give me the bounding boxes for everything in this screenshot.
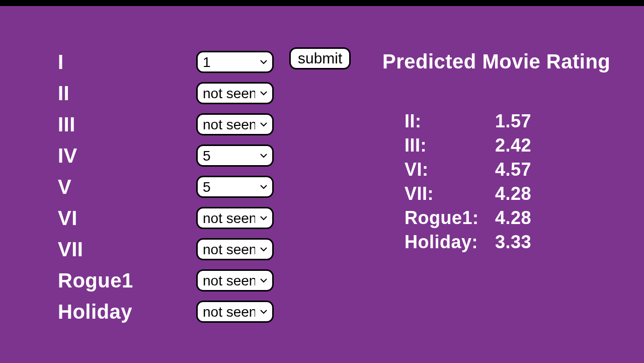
rating-form: I 1 II not seen III not seen IV 5 V xyxy=(58,46,274,327)
prediction-value: 3.33 xyxy=(495,230,531,254)
prediction-row: Rogue1: 4.28 xyxy=(405,206,610,230)
movie-row: IV 5 xyxy=(58,140,274,171)
prediction-label: VI: xyxy=(405,158,495,182)
movie-label-holiday: Holiday xyxy=(58,301,196,323)
movie-label-vii: VII xyxy=(58,238,196,261)
app-viewport: I 1 II not seen III not seen IV 5 V xyxy=(0,6,644,363)
prediction-label: Holiday: xyxy=(405,230,495,254)
prediction-value: 2.42 xyxy=(495,133,531,158)
movie-row: VII not seen xyxy=(58,234,274,265)
rating-select-iv[interactable]: 5 xyxy=(196,144,274,167)
movie-row: II not seen xyxy=(58,78,274,109)
prediction-row: III: 2.42 xyxy=(405,133,610,158)
movie-row: I 1 xyxy=(58,46,274,78)
prediction-row: II: 1.57 xyxy=(405,109,610,133)
movie-label-iv: IV xyxy=(58,144,196,167)
rating-select-v[interactable]: 5 xyxy=(196,176,274,198)
prediction-value: 1.57 xyxy=(495,109,531,133)
prediction-value: 4.57 xyxy=(495,158,531,182)
rating-select-iii[interactable]: not seen xyxy=(196,113,274,135)
submit-button[interactable]: submit xyxy=(289,47,351,69)
movie-row: Holiday not seen xyxy=(58,296,274,327)
movie-row: III not seen xyxy=(58,109,274,140)
prediction-label: II: xyxy=(405,109,495,133)
prediction-row: VII: 4.28 xyxy=(405,182,610,206)
prediction-label: III: xyxy=(405,133,495,158)
prediction-label: VII: xyxy=(405,182,495,206)
movie-label-ii: II xyxy=(58,82,196,105)
movie-label-v: V xyxy=(58,176,196,198)
prediction-label: Rogue1: xyxy=(405,206,495,230)
movie-row: Rogue1 not seen xyxy=(58,265,274,296)
movie-row: VI not seen xyxy=(58,202,274,234)
results-title: Predicted Movie Rating xyxy=(382,50,610,73)
movie-label-vi: VI xyxy=(58,207,196,230)
movie-label-rogue1: Rogue1 xyxy=(58,269,196,292)
rating-select-holiday[interactable]: not seen xyxy=(196,301,274,323)
rating-select-rogue1[interactable]: not seen xyxy=(196,269,274,292)
rating-select-vi[interactable]: not seen xyxy=(196,207,274,229)
prediction-value: 4.28 xyxy=(495,206,531,230)
movie-label-i: I xyxy=(58,51,196,74)
prediction-row: VI: 4.57 xyxy=(405,158,610,182)
rating-select-i[interactable]: 1 xyxy=(196,51,274,73)
results-panel: Predicted Movie Rating II: 1.57 III: 2.4… xyxy=(382,50,610,254)
movie-row: V 5 xyxy=(58,171,274,202)
movie-label-iii: III xyxy=(58,113,196,136)
prediction-row: Holiday: 3.33 xyxy=(405,230,610,254)
rating-select-ii[interactable]: not seen xyxy=(196,82,274,104)
rating-select-vii[interactable]: not seen xyxy=(196,238,274,260)
prediction-value: 4.28 xyxy=(495,182,531,206)
